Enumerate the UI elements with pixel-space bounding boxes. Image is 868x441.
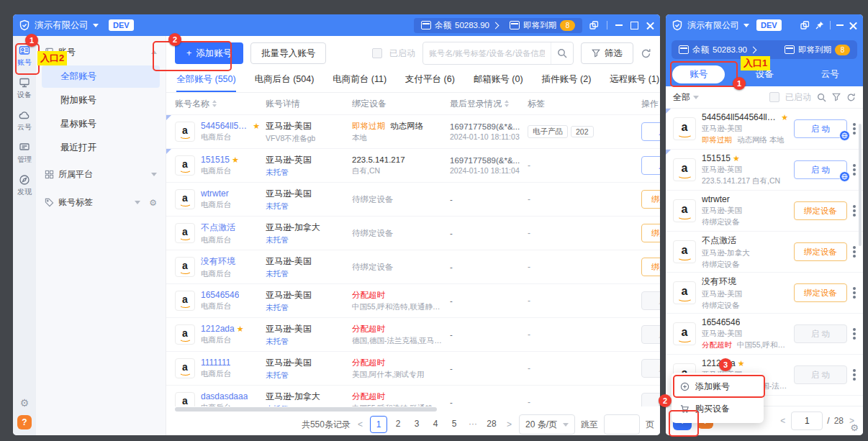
help-button[interactable]: ? <box>17 415 32 429</box>
quick-launch-globe-icon[interactable] <box>839 130 850 141</box>
search-input[interactable] <box>423 49 551 58</box>
collapse-icon[interactable] <box>151 50 157 54</box>
account-name[interactable]: 1111111 <box>201 358 230 368</box>
tree-item[interactable]: 最近打开 <box>42 137 160 159</box>
row-action-button[interactable]: 启 动 <box>641 325 660 344</box>
company-name[interactable]: 演示有限公司 <box>687 19 739 32</box>
list-item[interactable]: 544564ll544564ll54... 亚马逊-美国 即将过期 动态网络 本… <box>666 109 863 150</box>
account-name[interactable]: 不点激活 <box>201 222 235 234</box>
tab[interactable]: 插件账号 (2) <box>542 73 592 92</box>
prev-page-button[interactable]: < <box>779 416 787 426</box>
row-action-button[interactable]: 绑定设备 <box>641 258 660 276</box>
side-tab-cloud[interactable]: 云号 <box>797 68 863 81</box>
tree-item[interactable]: 附加账号 <box>42 89 160 112</box>
close-button[interactable] <box>646 22 654 29</box>
chevron-down-icon[interactable] <box>93 24 99 27</box>
row-action-button[interactable]: 绑定设备 <box>794 242 847 261</box>
minimize-button[interactable] <box>615 24 623 26</box>
account-name[interactable]: wtrwter <box>201 188 229 199</box>
side-tab-accounts[interactable]: 账号 <box>666 65 731 83</box>
row-action-button[interactable]: 启 动 <box>641 156 660 175</box>
account-name[interactable]: 没有环境 <box>201 255 235 268</box>
refresh-button[interactable] <box>641 48 651 59</box>
table-row[interactable]: 544564ll544564... 电商后台 亚马逊-美国 VFV8不准备gb <box>166 115 660 149</box>
balance[interactable]: 余额 50283.90 <box>421 20 498 31</box>
list-item[interactable]: 没有环境 亚马逊-美国 待绑定设备 绑定设备 <box>666 273 863 314</box>
account-name[interactable]: 1212ada <box>201 324 235 334</box>
jump-page-input[interactable] <box>604 414 640 435</box>
account-name[interactable]: 不点激活 <box>702 235 736 247</box>
page-number[interactable]: ··· <box>465 416 481 432</box>
row-action-button[interactable]: 启 动 <box>641 393 660 406</box>
chevron-down-icon[interactable] <box>743 24 749 27</box>
expiring[interactable]: 即将到期 8 <box>785 45 850 55</box>
expand-icon[interactable] <box>135 201 140 204</box>
add-account-button[interactable]: + 添加账号 <box>175 42 243 64</box>
page-number[interactable]: 28 <box>484 416 499 432</box>
list-item[interactable]: 151515 亚马逊-英国 223.5.141.217 自有,CN 启 动 <box>666 150 863 191</box>
page-number[interactable]: 1 <box>370 416 387 433</box>
balance[interactable]: 余额 50283.90 <box>679 45 756 55</box>
row-action-button[interactable]: 启 动 <box>794 365 847 384</box>
vertical-scrollbar-thumb[interactable] <box>859 124 862 246</box>
batch-import-button[interactable]: 批量导入账号 <box>250 42 326 64</box>
row-action-button[interactable]: 启 动 <box>641 359 660 378</box>
account-name[interactable]: 544564ll544564... <box>201 121 250 131</box>
row-menu-dots[interactable] <box>853 209 856 212</box>
row-menu-dots[interactable] <box>853 250 856 253</box>
pin-icon[interactable] <box>815 21 824 29</box>
row-menu-dots[interactable] <box>853 127 856 130</box>
expand-icon[interactable] <box>151 173 157 176</box>
account-name[interactable]: 151515 <box>201 155 230 165</box>
expiring[interactable]: 即将到期 8 <box>510 20 575 31</box>
row-action-button[interactable]: 绑定设备 <box>794 201 847 220</box>
row-menu-dots[interactable] <box>853 291 856 294</box>
table-row[interactable]: 没有环境 电商后台 亚马逊-美国 未托管 待 <box>166 250 660 284</box>
account-name[interactable]: 16546546 <box>201 290 239 300</box>
tree-item[interactable]: 星标账号 <box>42 113 160 135</box>
row-action-button[interactable]: 启 动 <box>794 160 847 179</box>
menu-item-add-account[interactable]: 添加账号 <box>672 376 764 398</box>
account-name[interactable]: dasdasdaaa <box>201 391 248 401</box>
tree-group-tags[interactable]: 账号标签 ⚙ <box>42 190 160 215</box>
tab[interactable]: 电商后台 (504) <box>255 73 315 92</box>
sidebar-item-manage[interactable]: 管理 <box>17 142 32 165</box>
table-row[interactable]: 16546546 电商后台 亚马逊-美国 未托管 分配超时 <box>166 284 660 318</box>
tree-group-platform[interactable]: 所属平台 <box>42 162 160 187</box>
row-action-button[interactable]: 绑定设备 <box>641 190 660 209</box>
close-button[interactable] <box>849 22 857 29</box>
dock-window-icon[interactable] <box>800 21 810 29</box>
row-menu-dots[interactable] <box>853 373 856 376</box>
row-action-button[interactable]: 绑定设备 <box>794 283 847 302</box>
row-action-button[interactable]: 启 动 <box>641 291 660 310</box>
row-menu-dots[interactable] <box>853 332 856 335</box>
page-number[interactable]: 3 <box>409 416 425 432</box>
refresh-button[interactable] <box>846 93 856 102</box>
row-action-button[interactable]: 绑定设备 <box>641 224 660 242</box>
row-action-button[interactable]: 启 动 <box>794 119 847 138</box>
list-item[interactable]: 16546546 亚马逊-美国 分配超时 中国55,呼和浩特,联... 启 动 <box>666 314 863 355</box>
started-checkbox[interactable] <box>372 48 382 58</box>
settings-gear-icon[interactable]: ⚙ <box>20 398 30 408</box>
filter-button[interactable]: 筛选 <box>581 42 633 64</box>
dock-window-icon[interactable] <box>589 21 599 29</box>
tab[interactable]: 支付平台 (6) <box>405 73 455 92</box>
settings-gear-icon[interactable]: ⚙ <box>850 422 859 433</box>
table-row[interactable]: 1111111 电商后台 亚马逊-美国 未托管 分配超时 <box>166 352 660 386</box>
minimize-button[interactable] <box>836 24 844 26</box>
current-page-input[interactable] <box>791 412 823 430</box>
row-menu-dots[interactable] <box>853 168 856 171</box>
prev-page-button[interactable]: < <box>356 419 364 429</box>
next-page-button[interactable]: > <box>505 419 513 429</box>
table-row[interactable]: dasdasdaaa 电商后台 亚马逊-加拿大 未托管 分配超时 <box>166 386 660 406</box>
page-number[interactable]: 4 <box>428 416 443 432</box>
tab[interactable]: 全部账号 (550) <box>176 73 236 92</box>
sidebar-item-accounts[interactable]: 账号 <box>17 45 32 68</box>
table-row[interactable]: 不点激活 电商后台 亚马逊-加拿大 未托管 <box>166 217 660 250</box>
filter-button[interactable] <box>832 93 841 101</box>
table-row[interactable]: 1212ada 电商后台 亚马逊-美国 未托管 分配超时 <box>166 318 660 352</box>
row-action-button[interactable]: 启 动 <box>794 324 847 343</box>
sort-icon[interactable] <box>212 100 217 107</box>
page-size-select[interactable]: 20 条/页 <box>519 414 575 435</box>
company-name[interactable]: 演示有限公司 <box>35 19 89 32</box>
